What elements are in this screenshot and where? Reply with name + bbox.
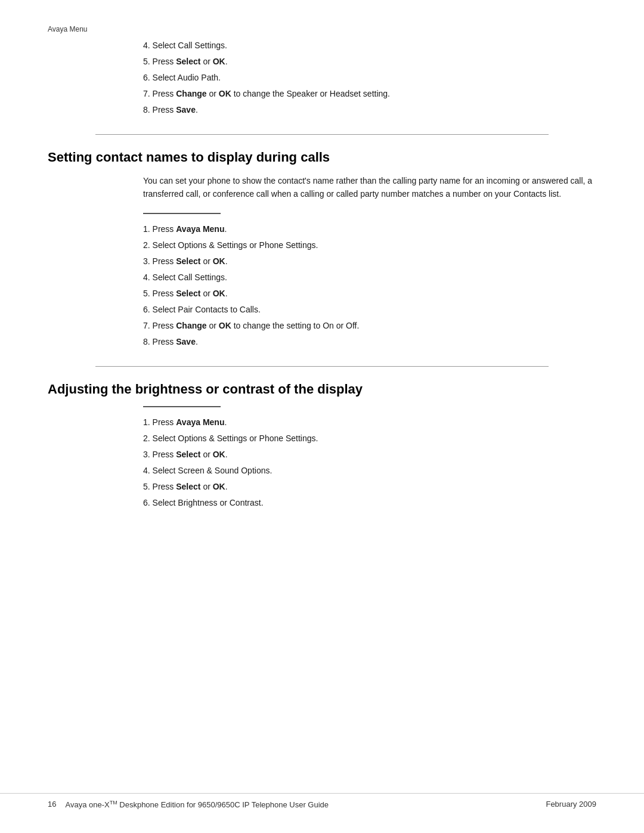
intro-list: 4. Select Call Settings.5. Press Select … [143,39,596,116]
sub-divider-1 [143,213,221,214]
section1-description: You can set your phone to show the conta… [143,174,596,201]
list-item: 1. Press Avaya Menu. [143,223,596,236]
list-item: 8. Press Save. [143,336,596,348]
section-divider-2 [95,366,549,367]
list-item: 5. Press Select or OK. [143,287,596,300]
section1-title: Setting contact names to display during … [48,150,596,165]
footer-title: Avaya one-XTM Deskphone Edition for 9650… [65,800,329,809]
page: Avaya Menu 4. Select Call Settings.5. Pr… [0,0,644,833]
list-item: 5. Press Select or OK. [143,481,596,493]
breadcrumb: Avaya Menu [48,24,596,33]
list-item: 7. Press Change or OK to change the Spea… [143,88,596,100]
sub-divider-2 [143,406,221,407]
list-item: 7. Press Change or OK to change the sett… [143,320,596,332]
page-footer: 16 Avaya one-XTM Deskphone Edition for 9… [0,793,644,809]
section-divider-1 [95,134,549,135]
list-item: 4. Select Call Settings. [143,271,596,284]
list-item: 8. Press Save. [143,104,596,116]
list-item: 4. Select Screen & Sound Options. [143,465,596,477]
list-item: 2. Select Options & Settings or Phone Se… [143,239,596,252]
list-item: 6. Select Pair Contacts to Calls. [143,304,596,316]
section-contact-names: Setting contact names to display during … [48,150,596,348]
footer-left: 16 Avaya one-XTM Deskphone Edition for 9… [48,800,329,809]
footer-right: February 2009 [546,800,596,809]
breadcrumb-text: Avaya Menu [48,25,88,33]
list-item: 5. Press Select or OK. [143,55,596,68]
section-brightness: Adjusting the brightness or contrast of … [48,382,596,509]
section1-list: 1. Press Avaya Menu.2. Select Options & … [143,223,596,348]
list-item: 4. Select Call Settings. [143,39,596,52]
footer-date: February 2009 [546,800,596,809]
page-number: 16 [48,800,56,809]
list-item: 1. Press Avaya Menu. [143,416,596,429]
list-item: 6. Select Audio Path. [143,72,596,84]
list-item: 3. Press Select or OK. [143,448,596,461]
list-item: 2. Select Options & Settings or Phone Se… [143,432,596,445]
section2-title: Adjusting the brightness or contrast of … [48,382,596,397]
list-item: 6. Select Brightness or Contrast. [143,497,596,509]
list-item: 3. Press Select or OK. [143,255,596,268]
section2-list: 1. Press Avaya Menu.2. Select Options & … [143,416,596,509]
